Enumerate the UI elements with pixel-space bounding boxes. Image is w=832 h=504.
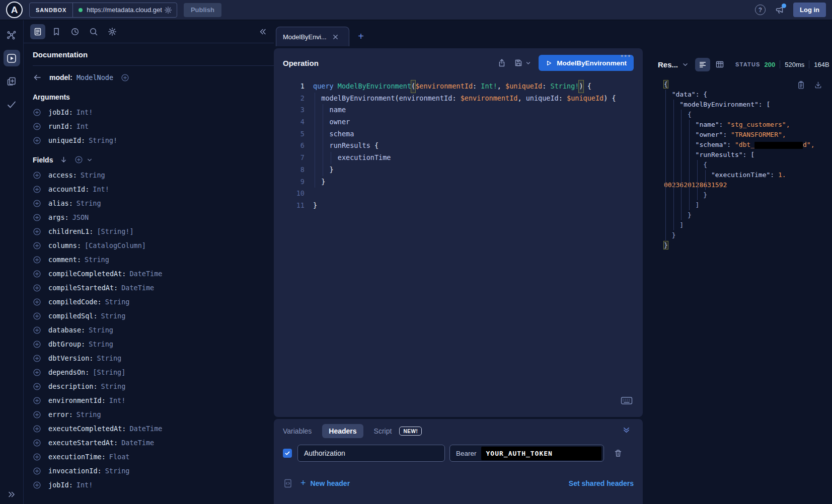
response-json[interactable]: { "data": { "modelByEnvironment": [ { "n… (658, 79, 832, 250)
field-type[interactable]: String (77, 199, 101, 207)
login-button[interactable]: Log in (793, 3, 826, 17)
field-type[interactable]: JSON (72, 213, 89, 221)
field-type[interactable]: [String] (93, 368, 125, 376)
publish-button[interactable]: Publish (184, 3, 221, 17)
header-key-input[interactable]: Authorization (297, 445, 445, 462)
response-title[interactable]: Res... (658, 60, 678, 69)
add-to-query-icon[interactable] (33, 284, 41, 292)
raw-view-toggle-icon[interactable] (695, 58, 710, 71)
add-to-query-icon[interactable] (33, 185, 41, 194)
doc-field-row[interactable]: alias: String (33, 196, 274, 210)
field-type[interactable]: String (101, 312, 126, 320)
history-icon[interactable] (67, 24, 83, 39)
header-value-input[interactable]: Bearer YOUR_AUTH_TOKEN (449, 445, 604, 462)
endpoint-url[interactable]: https://metadata.cloud.get (87, 6, 162, 14)
add-to-query-icon[interactable] (33, 312, 41, 320)
doc-field-row[interactable]: executeStartedAt: DateTime (33, 436, 274, 450)
field-type[interactable]: Int! (77, 481, 93, 489)
tab-headers[interactable]: Headers (322, 424, 363, 438)
field-type[interactable]: [String!] (97, 227, 133, 235)
doc-field-row[interactable]: compileStartedAt: DateTime (33, 281, 274, 295)
crumb-type-link[interactable]: ModelNode (77, 73, 113, 81)
add-to-query-icon[interactable] (33, 467, 41, 475)
add-to-query-icon[interactable] (33, 122, 41, 131)
doc-field-row[interactable]: uniqueId: String! (33, 133, 274, 147)
graphql-editor[interactable]: 1query ModelByEnvironment($environmentId… (274, 77, 643, 417)
operation-collections-icon[interactable] (4, 73, 20, 90)
tab-variables[interactable]: Variables (283, 427, 312, 435)
field-type[interactable]: String (89, 326, 113, 334)
editor-more-menu[interactable]: ••• (621, 52, 632, 59)
doc-field-row[interactable]: jobId: Int! (33, 105, 274, 119)
share-operation-icon[interactable] (497, 58, 506, 67)
add-to-query-icon[interactable] (33, 213, 41, 222)
doc-field-row[interactable]: compileCompletedAt: DateTime (33, 267, 274, 281)
doc-field-row[interactable]: args: JSON (33, 210, 274, 224)
header-enabled-checkbox[interactable] (283, 449, 292, 458)
save-menu-chevron-down-icon[interactable] (525, 60, 531, 66)
field-type[interactable]: DateTime (121, 439, 154, 447)
add-field-icon[interactable] (121, 73, 129, 82)
doc-field-row[interactable]: environmentId: Int! (33, 393, 274, 407)
response-menu-chevron-down-icon[interactable] (682, 61, 689, 68)
doc-field-row[interactable]: invocationId: String (33, 464, 274, 478)
schema-graph-icon[interactable] (4, 27, 20, 43)
add-to-query-icon[interactable] (33, 396, 41, 405)
field-type[interactable]: Int (77, 122, 89, 130)
doc-field-row[interactable]: dbtGroup: String (33, 337, 274, 351)
collapse-panel-chevrons-down-icon[interactable] (622, 426, 631, 434)
doc-field-row[interactable]: executionTime: Float (33, 450, 274, 464)
tab-script[interactable]: Script (374, 427, 392, 435)
doc-field-row[interactable]: access: String (33, 168, 274, 182)
documentation-tab-icon[interactable] (30, 24, 45, 39)
back-arrow-icon[interactable] (33, 73, 42, 82)
doc-field-row[interactable]: dbtVersion: String (33, 351, 274, 365)
doc-field-row[interactable]: runId: Int (33, 119, 274, 133)
field-type[interactable]: Int! (109, 396, 126, 404)
checks-icon[interactable] (4, 96, 20, 113)
field-type[interactable]: DateTime (129, 425, 162, 433)
add-to-query-icon[interactable] (33, 199, 41, 208)
add-to-query-icon[interactable] (33, 227, 41, 236)
field-type[interactable]: String (81, 171, 105, 179)
add-to-query-icon[interactable] (33, 270, 41, 278)
new-header-button[interactable]: + New header (300, 478, 350, 488)
add-to-query-icon[interactable] (33, 241, 41, 250)
save-operation-group[interactable] (514, 58, 531, 67)
doc-field-row[interactable]: compiledCode: String (33, 295, 274, 309)
add-to-query-icon[interactable] (33, 108, 41, 117)
new-tab-button[interactable]: + (349, 27, 372, 46)
field-type[interactable]: DateTime (121, 284, 154, 292)
doc-field-row[interactable]: database: String (33, 323, 274, 337)
save-floppy-icon[interactable] (514, 58, 523, 67)
collapse-panel-chevrons-left-icon[interactable] (258, 27, 267, 36)
field-type[interactable]: DateTime (129, 270, 162, 278)
settings-gear-icon[interactable] (105, 24, 120, 39)
add-all-fields-icon[interactable] (74, 155, 83, 164)
doc-field-row[interactable]: accountId: Int! (33, 182, 274, 196)
set-shared-headers-link[interactable]: Set shared headers (569, 479, 634, 487)
doc-field-row[interactable]: columns: [CatalogColumn] (33, 238, 274, 253)
close-tab-icon[interactable] (332, 34, 339, 40)
run-operation-button[interactable]: ModelByEnvironment (539, 55, 634, 71)
doc-field-row[interactable]: executeCompletedAt: DateTime (33, 422, 274, 436)
field-type[interactable]: String (101, 382, 126, 390)
sort-arrow-down-icon[interactable] (60, 156, 67, 163)
shared-script-icon[interactable] (283, 478, 293, 488)
announcements-megaphone-icon[interactable] (774, 5, 785, 15)
add-to-query-icon[interactable] (33, 453, 41, 461)
add-to-query-icon[interactable] (33, 382, 41, 391)
field-type[interactable]: Int! (93, 185, 109, 193)
explorer-icon[interactable] (4, 50, 20, 66)
sandbox-badge[interactable]: SANDBOX (30, 3, 73, 17)
add-to-query-icon[interactable] (33, 410, 41, 419)
field-type[interactable]: String (105, 298, 130, 306)
field-type[interactable]: String! (89, 136, 117, 144)
keyboard-shortcuts-icon[interactable] (621, 396, 633, 405)
field-type[interactable]: String (77, 410, 101, 418)
doc-field-row[interactable]: description: String (33, 379, 274, 393)
add-to-query-icon[interactable] (33, 136, 41, 145)
add-to-query-icon[interactable] (33, 481, 41, 489)
add-to-query-icon[interactable] (33, 354, 41, 363)
delete-header-trash-icon[interactable] (614, 449, 623, 458)
